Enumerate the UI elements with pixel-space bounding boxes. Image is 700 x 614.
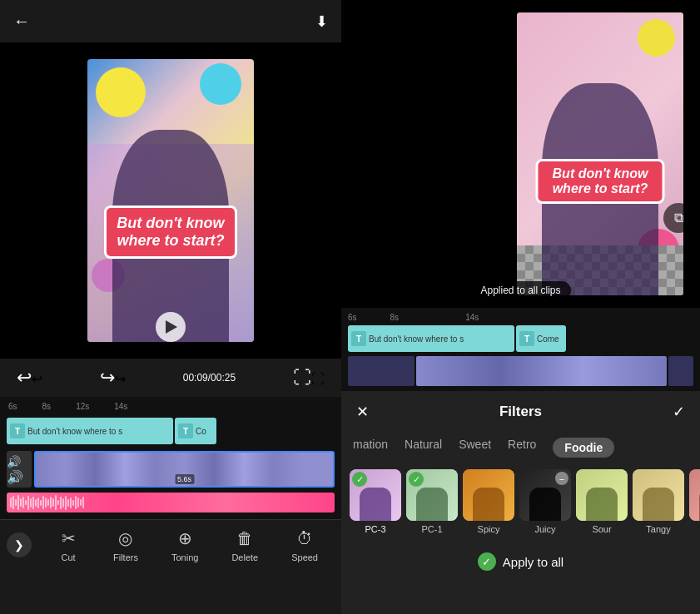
video-strip[interactable]: 5.6s bbox=[34, 451, 335, 488]
filter-thumb-pc1: ✓ bbox=[406, 469, 458, 521]
tool-toning[interactable]: ⊕ Toning bbox=[171, 527, 198, 562]
play-triangle-icon bbox=[166, 320, 177, 334]
filter-item-sour[interactable]: Sour bbox=[576, 469, 628, 534]
left-timeline: 6s 8s 12s 14s T But don't know where to … bbox=[0, 397, 341, 519]
tool-delete-label: Delete bbox=[231, 552, 258, 562]
text-clip-t2-icon: T bbox=[178, 423, 193, 438]
text-clip-2-label: Co bbox=[196, 427, 206, 436]
left-video-overlay-text: But don't know where to start? bbox=[104, 205, 237, 259]
filter-thumb-juicy: – bbox=[519, 469, 571, 521]
tool-filters[interactable]: ◎ Filters bbox=[113, 527, 138, 562]
cut-icon: ✂ bbox=[57, 527, 80, 550]
applied-banner: Applied to all clips bbox=[470, 281, 570, 300]
audio-waveform bbox=[7, 493, 335, 512]
filter-label-spicy: Spicy bbox=[478, 524, 500, 534]
filter-thumb-pc3: ✓ bbox=[350, 469, 401, 521]
apply-all-row[interactable]: ✓ Apply to all bbox=[341, 541, 700, 582]
filter-item-sweet[interactable]: Sweet bbox=[689, 469, 700, 534]
right-video-preview: But don't know where to start? bbox=[517, 12, 683, 295]
tool-speed-label: Speed bbox=[291, 552, 318, 562]
filters-icon: ◎ bbox=[114, 527, 137, 550]
filter-grid: ✓ PC-3 ✓ PC-1 Spicy bbox=[341, 463, 700, 541]
text-clip-2[interactable]: T Co bbox=[175, 418, 216, 444]
right-panel: But don't know where to start? ⧉ Applied… bbox=[341, 0, 700, 614]
timeline-tracks: T But don't know where to s T Co 🔊 5.6s bbox=[0, 413, 341, 516]
apply-check-icon: ✓ bbox=[478, 552, 496, 571]
filter-label-tangy: Tangy bbox=[646, 524, 670, 534]
filter-thumb-sweet bbox=[689, 469, 700, 521]
play-button-left[interactable] bbox=[156, 312, 186, 342]
tool-cut-label: Cut bbox=[61, 552, 75, 562]
filter-item-tangy[interactable]: Tangy bbox=[633, 469, 684, 534]
timeline-ruler: 6s 8s 12s 14s bbox=[0, 400, 341, 413]
delete-icon: 🗑 bbox=[233, 527, 256, 550]
chevron-button[interactable]: ❯ bbox=[7, 532, 32, 557]
waveform-bars bbox=[7, 493, 335, 512]
filter-thumb-sour bbox=[576, 469, 628, 521]
video-track-row: 🔊 5.6s bbox=[7, 448, 335, 490]
filter-thumb-spicy bbox=[463, 469, 514, 521]
filter-item-pc3[interactable]: ✓ PC-3 bbox=[350, 469, 401, 534]
filter-label-pc1: PC-1 bbox=[421, 524, 442, 534]
right-text-clip-t2-icon: T bbox=[519, 331, 534, 346]
filters-header: ✕ Filters ✓ bbox=[341, 391, 700, 433]
category-natural[interactable]: Natural bbox=[405, 438, 442, 458]
apply-all-label: Apply to all bbox=[503, 555, 563, 569]
right-video-area: But don't know where to start? ⧉ Applied… bbox=[341, 0, 700, 308]
filter-thumb-tangy bbox=[633, 469, 684, 521]
tool-delete[interactable]: 🗑 Delete bbox=[231, 527, 258, 562]
fullscreen-icon[interactable]: ⛶ bbox=[293, 367, 325, 389]
tool-cut[interactable]: ✂ Cut bbox=[57, 527, 80, 562]
left-top-bar bbox=[0, 0, 341, 42]
bottom-toolbar: ❯ ✂ Cut ◎ Filters ⊕ Toning 🗑 Delete bbox=[0, 519, 341, 566]
speed-icon: ⏱ bbox=[293, 527, 316, 550]
filter-check-pc1: ✓ bbox=[409, 472, 424, 487]
toning-icon: ⊕ bbox=[173, 527, 196, 550]
right-ruler: 6s 8s 14s bbox=[348, 311, 693, 324]
right-text-clip-2-label: Come bbox=[537, 334, 559, 344]
right-text-clip-1[interactable]: T But don't know where to s bbox=[348, 325, 514, 352]
filter-item-spicy[interactable]: Spicy bbox=[463, 469, 514, 534]
category-animation[interactable]: mation bbox=[353, 438, 388, 458]
filter-label-sour: Sour bbox=[592, 524, 611, 534]
video-duration-label: 5.6s bbox=[175, 474, 194, 484]
download-icon[interactable] bbox=[315, 12, 328, 31]
text-track: T But don't know where to s T Co bbox=[7, 416, 335, 446]
audio-icon-box[interactable]: 🔊 bbox=[7, 451, 32, 488]
category-retro[interactable]: Retro bbox=[508, 438, 536, 458]
chevron-row: ❯ ✂ Cut ◎ Filters ⊕ Toning 🗑 Delete bbox=[0, 527, 341, 562]
filter-label-juicy: Juicy bbox=[534, 524, 555, 534]
left-panel: But don't know where to start? ↩ ↪ 00:09… bbox=[0, 0, 341, 614]
filters-title: Filters bbox=[499, 404, 542, 420]
filters-confirm-button[interactable]: ✓ bbox=[673, 403, 685, 421]
filters-close-button[interactable]: ✕ bbox=[356, 403, 369, 421]
text-clip-1[interactable]: T But don't know where to s bbox=[7, 418, 173, 444]
tool-speed[interactable]: ⏱ Speed bbox=[291, 527, 318, 562]
text-clip-1-label: But don't know where to s bbox=[27, 427, 122, 436]
filter-check-pc3: ✓ bbox=[352, 472, 367, 487]
filter-label-pc3: PC-3 bbox=[365, 524, 385, 534]
right-text-track: T But don't know where to s T Come bbox=[348, 324, 693, 354]
undo-icon[interactable]: ↩ bbox=[17, 367, 42, 389]
right-text-clip-t-icon: T bbox=[351, 331, 366, 346]
category-sweet[interactable]: Sweet bbox=[459, 438, 491, 458]
back-icon[interactable] bbox=[13, 12, 30, 31]
right-video-overlay-text: But don't know where to start? bbox=[536, 159, 665, 204]
right-text-clip-1-label: But don't know where to s bbox=[369, 334, 464, 344]
left-video-preview-area: But don't know where to start? bbox=[0, 42, 341, 359]
right-timeline: 6s 8s 14s T But don't know where to s T … bbox=[341, 308, 700, 391]
speaker-icon: 🔊 bbox=[7, 454, 32, 485]
right-text-clip-2[interactable]: T Come bbox=[516, 325, 566, 352]
filters-panel: ✕ Filters ✓ mation Natural Sweet Retro F… bbox=[341, 391, 700, 614]
text-clip-t-icon: T bbox=[10, 423, 25, 438]
copy-icon: ⧉ bbox=[674, 210, 683, 225]
tool-filters-label: Filters bbox=[113, 552, 138, 562]
copy-button[interactable]: ⧉ bbox=[663, 203, 693, 233]
filter-item-juicy[interactable]: – Juicy bbox=[519, 469, 571, 534]
left-video-preview: But don't know where to start? bbox=[87, 59, 254, 342]
redo-icon[interactable]: ↪ bbox=[100, 367, 126, 389]
right-video-strip bbox=[348, 356, 693, 386]
filter-item-pc1[interactable]: ✓ PC-1 bbox=[406, 469, 458, 534]
tool-items: ✂ Cut ◎ Filters ⊕ Toning 🗑 Delete ⏱ S bbox=[40, 527, 335, 562]
category-foodie[interactable]: Foodie bbox=[553, 438, 614, 458]
